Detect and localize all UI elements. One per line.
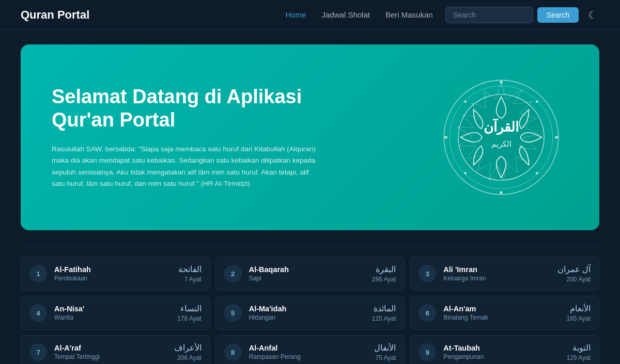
surah-latin-name: Al-An'am — [443, 305, 559, 313]
surah-ayat: 7 Ayat — [178, 276, 202, 283]
search-button[interactable]: Search — [537, 7, 579, 23]
surah-meaning: Sapi — [249, 275, 365, 282]
svg-point-8 — [444, 136, 447, 139]
theme-toggle-button[interactable]: ☾ — [586, 7, 599, 23]
surah-ayat: 120 Ayat — [372, 315, 396, 322]
svg-text:القرآن: القرآن — [484, 118, 519, 135]
surah-arabic-block: آل عمران 200 Ayat — [557, 264, 591, 283]
surah-arabic-block: المائدة 120 Ayat — [372, 304, 396, 322]
surah-card[interactable]: 6 Al-An'am Binatang Ternak الأنعام 165 A… — [410, 296, 599, 330]
surah-arabic: الفاتحة — [178, 264, 202, 274]
svg-point-13 — [536, 172, 538, 175]
svg-point-7 — [500, 191, 503, 194]
surah-info: Al-Baqarah Sapi — [249, 265, 365, 282]
surah-latin-name: Al-Ma'idah — [249, 305, 365, 313]
nav-home[interactable]: Home — [286, 10, 306, 19]
surah-number: 8 — [224, 343, 242, 361]
surah-arabic: التوبة — [566, 343, 591, 353]
divider — [21, 246, 599, 246]
surah-card[interactable]: 4 An-Nisa' Wanita النساء 176 Ayat — [21, 296, 210, 330]
surah-number: 3 — [419, 265, 436, 282]
surah-card[interactable]: 5 Al-Ma'idah Hidangan المائدة 120 Ayat — [215, 296, 405, 330]
surah-arabic-block: الأعراف 206 Ayat — [174, 343, 202, 361]
svg-point-6 — [500, 81, 503, 84]
surah-latin-name: Ali 'Imran — [443, 265, 550, 274]
search-wrapper: Search ☾ — [445, 7, 599, 23]
surah-card[interactable]: 2 Al-Baqarah Sapi البقرة 286 Ayat — [215, 257, 405, 291]
hero-text: Selamat Datang di Aplikasi Qur'an Portal… — [52, 85, 351, 189]
nav-jadwal[interactable]: Jadwal Sholat — [322, 10, 370, 19]
surah-info: Ali 'Imran Keluarga Imran — [443, 265, 550, 282]
brand-logo: Quran Portal — [21, 8, 89, 22]
surah-arabic-block: الأنفال 75 Ayat — [374, 343, 396, 361]
surah-meaning: Tempat Tertinggi — [54, 353, 167, 360]
surah-arabic-block: البقرة 286 Ayat — [372, 264, 396, 283]
svg-point-3 — [458, 94, 544, 180]
surah-info: An-Nisa' Wanita — [54, 305, 170, 321]
surah-arabic: الأنفال — [374, 343, 396, 353]
surah-info: Al-An'am Binatang Ternak — [443, 305, 559, 321]
surah-card[interactable]: 1 Al-Fatihah Pembukaan الفاتحة 7 Ayat — [21, 257, 210, 291]
surah-arabic-block: النساء 176 Ayat — [177, 304, 202, 322]
surah-meaning: Wanita — [54, 314, 170, 321]
surah-info: At-Taubah Pengampunan — [443, 344, 559, 360]
surah-number: 9 — [419, 343, 436, 361]
surah-ayat: 206 Ayat — [174, 354, 202, 361]
surah-grid: 1 Al-Fatihah Pembukaan الفاتحة 7 Ayat 2 … — [21, 257, 599, 364]
surah-arabic-block: التوبة 129 Ayat — [566, 343, 591, 361]
surah-ayat: 176 Ayat — [177, 315, 202, 322]
surah-ayat: 75 Ayat — [374, 354, 396, 361]
surah-number: 6 — [419, 304, 436, 322]
surah-latin-name: Al-Baqarah — [249, 265, 365, 274]
surah-latin-name: Al-Fatihah — [54, 265, 171, 274]
surah-card[interactable]: 9 At-Taubah Pengampunan التوبة 129 Ayat — [410, 335, 599, 364]
surah-number: 1 — [29, 265, 47, 282]
nav-feedback[interactable]: Beri Masukan — [385, 10, 433, 19]
surah-meaning: Pembukaan — [54, 275, 171, 282]
surah-info: Al-Anfal Rampasan Perang — [249, 344, 367, 360]
surah-section: 1 Al-Fatihah Pembukaan الفاتحة 7 Ayat 2 … — [21, 246, 599, 364]
surah-arabic: البقرة — [372, 264, 396, 274]
surah-ayat: 286 Ayat — [372, 276, 396, 283]
surah-card[interactable]: 3 Ali 'Imran Keluarga Imran آل عمران 200… — [410, 257, 599, 291]
surah-meaning: Binatang Ternak — [443, 314, 559, 321]
surah-arabic-block: الأنعام 165 Ayat — [566, 304, 591, 322]
surah-meaning: Rampasan Perang — [249, 353, 367, 360]
svg-text:الكريم: الكريم — [491, 140, 512, 149]
quran-emblem: القرآن الكريم — [434, 70, 568, 204]
search-input[interactable] — [445, 7, 533, 23]
surah-ayat: 129 Ayat — [566, 354, 591, 361]
surah-info: Al-A'raf Tempat Tertinggi — [54, 344, 167, 360]
surah-card[interactable]: 8 Al-Anfal Rampasan Perang الأنفال 75 Ay… — [215, 335, 405, 364]
surah-arabic: المائدة — [372, 304, 396, 313]
surah-info: Al-Fatihah Pembukaan — [54, 265, 171, 282]
navbar: Quran Portal Home Jadwal Sholat Beri Mas… — [0, 0, 620, 30]
surah-arabic-block: الفاتحة 7 Ayat — [178, 264, 202, 283]
svg-point-10 — [464, 100, 467, 103]
surah-number: 5 — [224, 304, 242, 322]
nav-links: Home Jadwal Sholat Beri Masukan — [286, 10, 433, 19]
svg-point-11 — [536, 100, 538, 103]
surah-number: 4 — [29, 304, 47, 322]
surah-meaning: Hidangan — [249, 314, 365, 321]
moon-icon: ☾ — [588, 9, 597, 21]
surah-number: 7 — [29, 343, 47, 361]
surah-arabic: النساء — [177, 304, 202, 313]
surah-latin-name: An-Nisa' — [54, 305, 170, 313]
surah-latin-name: Al-Anfal — [249, 344, 367, 352]
hero-quote: Rasulullah SAW. bersabda: "Siapa saja me… — [52, 144, 320, 189]
surah-meaning: Pengampunan — [443, 353, 559, 360]
surah-latin-name: Al-A'raf — [54, 344, 167, 352]
surah-ayat: 165 Ayat — [566, 315, 591, 322]
svg-point-9 — [555, 136, 558, 139]
surah-arabic: آل عمران — [557, 264, 591, 274]
surah-meaning: Keluarga Imran — [443, 275, 550, 282]
surah-number: 2 — [224, 265, 242, 282]
hero-section: Selamat Datang di Aplikasi Qur'an Portal… — [21, 44, 599, 230]
hero-title: Selamat Datang di Aplikasi Qur'an Portal — [52, 85, 351, 132]
surah-ayat: 200 Ayat — [557, 276, 591, 283]
surah-latin-name: At-Taubah — [443, 344, 559, 352]
surah-card[interactable]: 7 Al-A'raf Tempat Tertinggi الأعراف 206 … — [21, 335, 210, 364]
surah-arabic: الأعراف — [174, 343, 202, 353]
surah-info: Al-Ma'idah Hidangan — [249, 305, 365, 321]
